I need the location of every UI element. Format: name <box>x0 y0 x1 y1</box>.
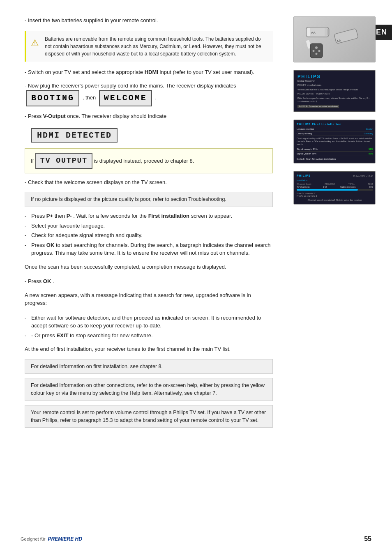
press-ok-after: - Press OK . <box>25 277 273 286</box>
or-press-exit-instruction: - Or press EXIT to stop searching for ne… <box>25 331 273 341</box>
remote-control-note: Your remote control is set to perform vo… <box>25 405 273 428</box>
bullet-dash: - <box>25 17 28 23</box>
select-language-instruction: Select your favourite language. <box>25 221 273 231</box>
insert-batteries-instruction: - Insert the two batteries supplied in y… <box>25 16 273 25</box>
connections-note: For detailed information on other connec… <box>25 378 273 401</box>
press-voutput-instruction: - Press V-Output once. The receiver disp… <box>25 112 273 120</box>
installation-steps: Press P+ then P- . Wait for a few second… <box>25 211 273 258</box>
chapter8-note: For detailed information on first instal… <box>25 359 273 374</box>
no-picture-note: If no picture is displayed or the pictur… <box>25 192 273 207</box>
warning-icon: ⚠ <box>31 36 39 58</box>
footer-brand: Geeignet für PREMIERE HD <box>21 536 82 542</box>
switch-tv-instruction: - Switch on your TV set and select the a… <box>25 68 273 76</box>
press-p-instruction: Press P+ then P- . Wait for a few second… <box>25 211 273 221</box>
plug-receiver-instruction: - Now plug the receiver's power supply c… <box>25 82 273 106</box>
tv-output-note: If TV OUTPUT is displayed instead, proce… <box>25 148 273 173</box>
page-footer: Geeignet für PREMIERE HD 55 <box>0 531 392 543</box>
check-welcome-instruction: - Check that the welcome screen displays… <box>25 178 273 187</box>
end-install-text: At the end of first installation, your r… <box>25 345 273 353</box>
warning-text: Batteries are removable from the remote … <box>45 35 268 58</box>
press-ok-instruction: Press OK to start searching for channels… <box>25 240 273 258</box>
check-signal-instruction: Check for adequate signal strength and q… <box>25 230 273 240</box>
new-screen-text: A new screen appears, with a message ind… <box>25 291 273 307</box>
warning-box: ⚠ Batteries are removable from the remot… <box>25 31 273 62</box>
page-content: - Insert the two batteries supplied in y… <box>0 0 392 555</box>
software-update-steps: Either wait for software detection, and … <box>25 313 273 341</box>
either-wait-instruction: Either wait for software detection, and … <box>25 313 273 331</box>
main-content: - Insert the two batteries supplied in y… <box>25 16 273 428</box>
page-number: 55 <box>364 535 371 543</box>
hdmi-detected-display: HDMI DETECTED <box>31 126 273 145</box>
scan-complete-text: Once the scan has been successfully comp… <box>25 263 273 271</box>
